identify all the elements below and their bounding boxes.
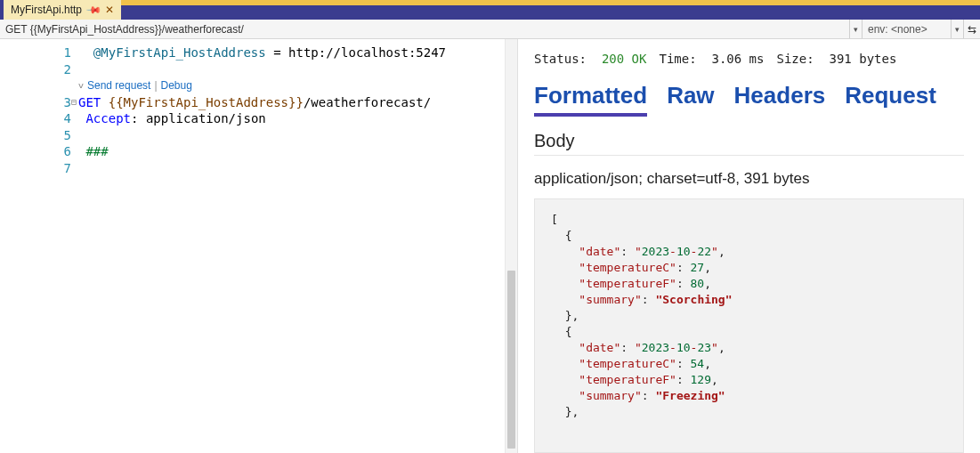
status-line: Status: 200 OKTime: 3.06 msSize: 391 byt…: [534, 52, 964, 66]
variable-value: http://localhost:5247: [288, 45, 446, 60]
scrollbar-thumb[interactable]: [507, 271, 515, 449]
line-number: 7: [0, 160, 71, 177]
path-chevron-down-icon[interactable]: ▾: [850, 20, 863, 38]
code-line: Accept: application/json: [78, 110, 505, 127]
code-line: ###: [78, 143, 505, 160]
path-suffix: /weatherforecast/: [304, 95, 431, 109]
line-number: 3: [0, 94, 71, 111]
line-number: 2: [0, 61, 71, 78]
tab-title: MyFirstApi.http: [11, 4, 82, 16]
line-number: 6: [0, 143, 71, 160]
response-panel: Status: 200 OKTime: 3.06 msSize: 391 byt…: [518, 39, 980, 453]
line-number: 5: [0, 127, 71, 144]
size-value: 391 bytes: [830, 52, 897, 66]
code-line: [78, 127, 505, 144]
debug-link[interactable]: Debug: [161, 77, 192, 94]
status-value: 200 OK: [602, 52, 647, 66]
split-view-button[interactable]: ⇆: [964, 20, 980, 38]
line-gutter: 1 2 3 4 5 6 7: [0, 39, 78, 453]
environment-dropdown[interactable]: env: <none>: [863, 20, 952, 38]
line-number: 1: [0, 44, 71, 61]
code-line: [78, 61, 505, 78]
code-editor[interactable]: ▲ 1 2 3 4 5 6 7 @MyFirstApi_HostAddress …: [0, 39, 518, 453]
size-label: Size:: [776, 52, 814, 66]
status-label: Status:: [534, 52, 587, 66]
code-line: [78, 160, 505, 177]
header-value: application/json: [146, 111, 266, 125]
code-area[interactable]: @MyFirstApi_HostAddress = http://localho…: [78, 39, 505, 453]
codelens-chevron-icon[interactable]: ⅴ: [78, 77, 84, 94]
tab-raw[interactable]: Raw: [667, 82, 714, 117]
close-icon[interactable]: ✕: [105, 4, 114, 16]
send-request-link[interactable]: Send request: [87, 77, 150, 94]
tab-headers[interactable]: Headers: [734, 82, 826, 117]
response-tabs: Formatted Raw Headers Request: [534, 82, 964, 117]
address-bar: GET {{MyFirstApi_HostAddress}}/weatherfo…: [0, 20, 980, 39]
fold-icon[interactable]: ⊟: [69, 94, 78, 111]
codelens-separator: |: [154, 77, 157, 94]
code-line: ⊟GET {{MyFirstApi_HostAddress}}/weatherf…: [78, 94, 505, 111]
equals: =: [266, 45, 288, 60]
response-body[interactable]: [ { "date": "2023-10-22", "temperatureC"…: [534, 198, 964, 453]
http-method: GET: [78, 95, 109, 109]
workspace: ▲ 1 2 3 4 5 6 7 @MyFirstApi_HostAddress …: [0, 39, 980, 453]
line-number: 4: [0, 110, 71, 127]
tabstrip-accent: [121, 0, 980, 5]
env-chevron-down-icon[interactable]: ▾: [952, 20, 964, 38]
tab-request[interactable]: Request: [845, 82, 936, 117]
tab-strip: MyFirstApi.http 📌 ✕: [0, 0, 980, 20]
variable-name: @MyFirstApi_HostAddress: [93, 45, 266, 60]
content-type-line: application/json; charset=utf-8, 391 byt…: [534, 170, 964, 188]
body-heading: Body: [534, 131, 964, 156]
tab-formatted[interactable]: Formatted: [534, 82, 647, 117]
file-tab[interactable]: MyFirstApi.http 📌 ✕: [4, 0, 121, 20]
request-divider: ###: [85, 144, 108, 158]
header-sep: :: [131, 111, 146, 125]
editor-scrollbar[interactable]: [505, 39, 517, 453]
request-path-dropdown[interactable]: GET {{MyFirstApi_HostAddress}}/weatherfo…: [0, 20, 850, 38]
header-name: Accept: [85, 111, 131, 125]
host-variable: {{MyFirstApi_HostAddress}}: [109, 95, 304, 109]
time-value: 3.06 ms: [711, 52, 764, 66]
codelens-spacer: [0, 77, 71, 94]
time-label: Time:: [659, 52, 696, 66]
pin-icon[interactable]: 📌: [85, 1, 101, 18]
code-line: @MyFirstApi_HostAddress = http://localho…: [78, 44, 505, 61]
codelens: ⅴ Send request|Debug: [78, 77, 505, 94]
